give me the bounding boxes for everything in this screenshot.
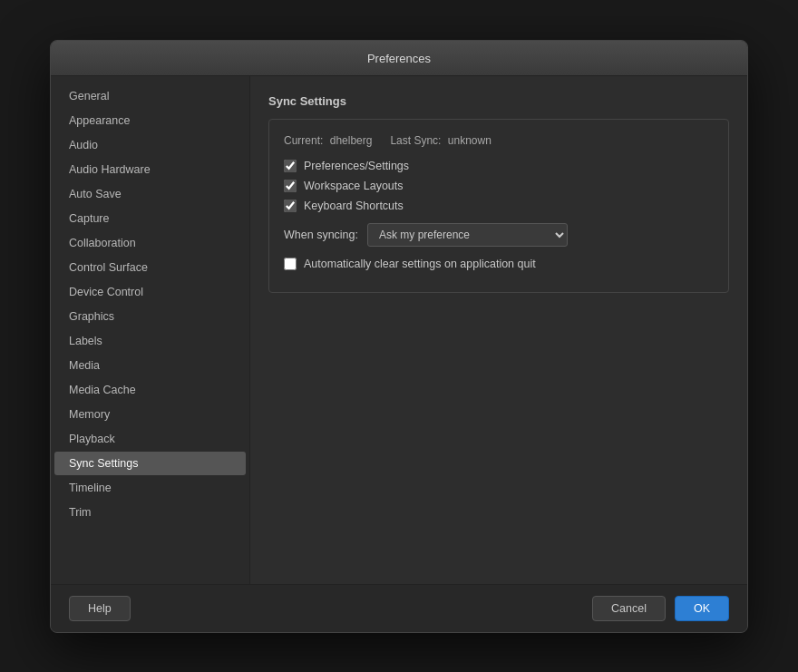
- sidebar-item-graphics[interactable]: Graphics: [54, 305, 246, 328]
- sidebar-item-capture[interactable]: Capture: [54, 207, 246, 230]
- sidebar-item-general[interactable]: General: [54, 84, 246, 108]
- pref-settings-checkbox[interactable]: [284, 160, 297, 172]
- preferences-dialog: Preferences GeneralAppearanceAudioAudio …: [50, 40, 748, 633]
- when-syncing-row: When syncing: Ask my preferenceUpload se…: [284, 223, 714, 247]
- sidebar-item-playback[interactable]: Playback: [54, 427, 246, 451]
- workspace-layouts-label: Workspace Layouts: [304, 180, 404, 192]
- checkbox-row-pref-settings: Preferences/Settings: [284, 160, 714, 172]
- checkbox-row-workspace-layouts: Workspace Layouts: [284, 180, 714, 192]
- sidebar-item-media[interactable]: Media: [54, 354, 246, 377]
- dialog-title: Preferences: [367, 52, 431, 65]
- sync-box: Current: dhelberg Last Sync: unknown Pre…: [268, 119, 729, 293]
- help-button[interactable]: Help: [69, 596, 131, 621]
- main-content: Sync Settings Current: dhelberg Last Syn…: [250, 76, 747, 584]
- cancel-button[interactable]: Cancel: [592, 596, 666, 621]
- sidebar-item-trim[interactable]: Trim: [54, 501, 246, 524]
- current-info: Current: dhelberg: [284, 134, 372, 147]
- sidebar-item-appearance[interactable]: Appearance: [54, 109, 246, 132]
- auto-clear-row: Automatically clear settings on applicat…: [284, 258, 714, 270]
- when-syncing-label: When syncing:: [284, 229, 358, 241]
- sidebar-item-sync-settings[interactable]: Sync Settings: [54, 452, 246, 475]
- auto-clear-checkbox[interactable]: [284, 258, 297, 270]
- auto-clear-label: Automatically clear settings on applicat…: [304, 258, 536, 270]
- section-title: Sync Settings: [268, 94, 729, 108]
- when-syncing-select[interactable]: Ask my preferenceUpload settings from th…: [367, 223, 568, 247]
- sidebar-item-collaboration[interactable]: Collaboration: [54, 231, 246, 255]
- dialog-body: GeneralAppearanceAudioAudio HardwareAuto…: [51, 76, 747, 584]
- checkboxes-container: Preferences/SettingsWorkspace LayoutsKey…: [284, 160, 714, 212]
- ok-button[interactable]: OK: [675, 596, 729, 621]
- sidebar-item-audio-hardware[interactable]: Audio Hardware: [54, 158, 246, 181]
- title-bar: Preferences: [51, 41, 747, 76]
- dialog-footer: Help Cancel OK: [51, 584, 747, 632]
- keyboard-shortcuts-label: Keyboard Shortcuts: [304, 200, 404, 212]
- sidebar-item-device-control[interactable]: Device Control: [54, 280, 246, 304]
- sidebar-item-media-cache[interactable]: Media Cache: [54, 378, 246, 402]
- sidebar-item-memory[interactable]: Memory: [54, 403, 246, 426]
- checkbox-row-keyboard-shortcuts: Keyboard Shortcuts: [284, 200, 714, 212]
- keyboard-shortcuts-checkbox[interactable]: [284, 200, 297, 212]
- sync-meta: Current: dhelberg Last Sync: unknown: [284, 134, 714, 147]
- sidebar-item-auto-save[interactable]: Auto Save: [54, 182, 246, 206]
- sidebar-item-control-surface[interactable]: Control Surface: [54, 256, 246, 279]
- pref-settings-label: Preferences/Settings: [304, 160, 409, 172]
- sidebar-item-labels[interactable]: Labels: [54, 329, 246, 353]
- sidebar: GeneralAppearanceAudioAudio HardwareAuto…: [51, 76, 250, 584]
- sidebar-item-audio[interactable]: Audio: [54, 133, 246, 157]
- workspace-layouts-checkbox[interactable]: [284, 180, 297, 192]
- sidebar-item-timeline[interactable]: Timeline: [54, 476, 246, 500]
- last-sync-info: Last Sync: unknown: [390, 134, 491, 147]
